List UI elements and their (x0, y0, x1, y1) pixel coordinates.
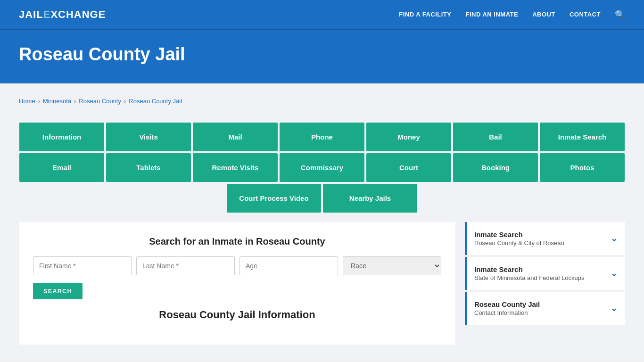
main-nav: FIND A FACILITY FIND AN INMATE ABOUT CON… (399, 9, 625, 20)
breadcrumb-sep-1: › (38, 98, 40, 105)
sidebar-item-title-0: Inmate Search (474, 230, 611, 239)
grid-btn-information[interactable]: Information (19, 123, 104, 151)
grid-btn-email[interactable]: Email (19, 153, 104, 182)
breadcrumb-state[interactable]: Minnesota (43, 98, 71, 105)
breadcrumb-sep-2: › (74, 98, 76, 105)
button-row-2: EmailTabletsRemote VisitsCommissaryCourt… (19, 153, 625, 182)
first-name-input[interactable] (33, 256, 132, 275)
breadcrumb-jail[interactable]: Roseau County Jail (129, 98, 182, 105)
sidebar-item-subtitle-1: State of Minnesota and Federal Lockups (474, 274, 611, 281)
breadcrumb-sep-3: › (124, 98, 126, 105)
sidebar-item-2[interactable]: Roseau County Jail Contact Information ⌄ (465, 292, 625, 325)
breadcrumb-home[interactable]: Home (19, 98, 35, 105)
nav-find-inmate[interactable]: FIND AN INMATE (465, 11, 518, 18)
grid-btn-commissary[interactable]: Commissary (280, 153, 364, 182)
race-select[interactable]: Race (343, 256, 441, 275)
grid-btn-bail[interactable]: Bail (453, 123, 538, 151)
content-wrapper: Home › Minnesota › Roseau County › Rosea… (0, 83, 644, 359)
breadcrumb: Home › Minnesota › Roseau County › Rosea… (19, 93, 625, 109)
grid-btn-visits[interactable]: Visits (106, 123, 191, 151)
nav-about[interactable]: ABOUT (532, 11, 555, 18)
logo-jail: JAIL (19, 8, 43, 20)
page-title: Roseau County Jail (19, 44, 625, 65)
info-section: Roseau County Jail Information (33, 309, 441, 321)
grid-btn-phone[interactable]: Phone (280, 123, 364, 151)
grid-btn-photos[interactable]: Photos (540, 153, 625, 182)
search-title: Search for an Inmate in Roseau County (33, 236, 441, 247)
sidebar-item-1[interactable]: Inmate Search State of Minnesota and Fed… (465, 257, 625, 290)
grid-btn-nearby-jails[interactable]: Nearby Jails (323, 184, 417, 213)
search-icon[interactable]: 🔍 (615, 9, 625, 20)
info-title: Roseau County Jail Information (33, 309, 441, 321)
sidebar-items: Inmate Search Roseau County & City of Ro… (465, 222, 625, 325)
last-name-input[interactable] (136, 256, 235, 275)
hero-section: Roseau County Jail (0, 30, 644, 83)
logo-ex: E (43, 8, 51, 20)
sidebar-item-0[interactable]: Inmate Search Roseau County & City of Ro… (465, 222, 625, 255)
grid-btn-court[interactable]: Court (366, 153, 451, 182)
grid-btn-court-process-video[interactable]: Court Process Video (227, 184, 321, 213)
breadcrumb-county[interactable]: Roseau County (79, 98, 121, 105)
age-input[interactable] (239, 256, 338, 275)
search-form: Race (33, 256, 441, 275)
site-logo[interactable]: JAILEXCHANGE (19, 8, 106, 21)
grid-btn-mail[interactable]: Mail (193, 123, 278, 151)
logo-change: XCHANGE (50, 8, 106, 20)
sidebar-item-text-1: Inmate Search State of Minnesota and Fed… (474, 265, 611, 281)
main-layout: Search for an Inmate in Roseau County Ra… (19, 222, 625, 345)
grid-btn-booking[interactable]: Booking (453, 153, 538, 182)
chevron-down-icon-0: ⌄ (611, 233, 618, 244)
chevron-down-icon-2: ⌄ (611, 303, 618, 313)
sidebar-item-title-1: Inmate Search (474, 265, 611, 273)
nav-contact[interactable]: CONTACT (570, 11, 601, 18)
search-panel: Search for an Inmate in Roseau County Ra… (19, 222, 455, 345)
sidebar-item-text-0: Inmate Search Roseau County & City of Ro… (474, 230, 611, 247)
sidebar-item-subtitle-0: Roseau County & City of Roseau (474, 239, 611, 247)
button-row-1: InformationVisitsMailPhoneMoneyBailInmat… (19, 123, 625, 151)
grid-btn-money[interactable]: Money (366, 123, 451, 151)
sidebar: Inmate Search Roseau County & City of Ro… (465, 222, 625, 327)
button-row-3: Court Process VideoNearby Jails (19, 184, 625, 213)
grid-btn-remote-visits[interactable]: Remote Visits (193, 153, 278, 182)
nav-find-facility[interactable]: FIND A FACILITY (399, 11, 451, 18)
search-button[interactable]: SEARCH (33, 283, 83, 299)
chevron-down-icon-1: ⌄ (611, 268, 618, 279)
grid-btn-inmate-search[interactable]: Inmate Search (540, 123, 625, 151)
sidebar-item-subtitle-2: Contact Information (474, 309, 611, 316)
grid-btn-tablets[interactable]: Tablets (106, 153, 191, 182)
sidebar-item-text-2: Roseau County Jail Contact Information (474, 300, 611, 316)
sidebar-item-title-2: Roseau County Jail (474, 300, 611, 308)
